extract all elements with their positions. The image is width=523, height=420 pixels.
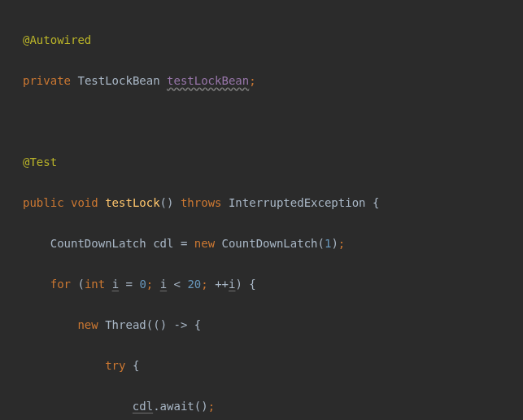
constructor-name: Thread	[105, 318, 146, 331]
variable-name: cdl	[153, 237, 173, 250]
code-line: try {	[23, 356, 523, 376]
brace-open: {	[133, 359, 139, 372]
paren-open: (	[146, 318, 153, 331]
paren-close: )	[167, 196, 173, 209]
paren-close: )	[201, 400, 207, 413]
keyword-void: void	[71, 196, 98, 209]
semicolon: ;	[249, 74, 255, 87]
op-lt: <	[174, 278, 181, 291]
type-name: TestLockBean	[77, 74, 159, 87]
keyword-public: public	[23, 196, 64, 209]
paren-open: (	[77, 278, 84, 291]
variable-name: i	[112, 278, 119, 291]
variable-name: cdl	[133, 400, 153, 413]
code-line: @Autowired	[23, 30, 523, 50]
code-line: @Test	[23, 152, 523, 173]
code-line: public void testLock() throws Interrupte…	[23, 193, 523, 213]
paren-open: (	[160, 196, 167, 209]
method-call: await	[160, 400, 194, 413]
paren-close: )	[235, 278, 242, 291]
number-literal: 20	[187, 278, 201, 291]
arrow: ->	[174, 318, 188, 331]
keyword-for: for	[50, 278, 71, 291]
brace-open: {	[194, 318, 201, 331]
keyword-private: private	[23, 74, 71, 87]
code-line: for (int i = 0; i < 20; ++i) {	[23, 274, 523, 295]
op-increment: ++	[215, 278, 229, 291]
paren-open: (	[194, 400, 201, 413]
code-line: CountDownLatch cdl = new CountDownLatch(…	[23, 234, 523, 254]
type-name: InterruptedException	[229, 196, 366, 209]
number-literal: 0	[139, 278, 146, 291]
keyword-new: new	[77, 318, 98, 331]
annotation: @Autowired	[23, 33, 91, 46]
keyword-int: int	[85, 278, 105, 291]
code-editor[interactable]: @Autowired private TestLockBean testLock…	[0, 0, 523, 420]
semicolon: ;	[208, 400, 215, 413]
op-equals: =	[181, 237, 187, 250]
variable-name: i	[160, 278, 167, 291]
code-line-blank	[23, 112, 523, 132]
type-name: CountDownLatch	[50, 237, 146, 250]
code-line: new Thread(() -> {	[23, 315, 523, 335]
code-line: cdl.await();	[23, 396, 523, 417]
annotation: @Test	[23, 155, 57, 168]
code-line: private TestLockBean testLockBean;	[23, 71, 523, 91]
op-equals: =	[126, 278, 133, 291]
keyword-throws: throws	[181, 196, 222, 209]
semicolon: ;	[201, 278, 207, 291]
paren-close: )	[160, 318, 167, 331]
semicolon: ;	[338, 237, 345, 250]
method-name: testLock	[105, 196, 159, 209]
paren-open: (	[318, 237, 325, 250]
semicolon: ;	[146, 278, 153, 291]
field-name: testLockBean	[167, 74, 249, 87]
paren-close: )	[331, 237, 338, 250]
keyword-new: new	[194, 237, 215, 250]
paren-open: (	[153, 318, 159, 331]
constructor-name: CountDownLatch	[222, 237, 318, 250]
keyword-try: try	[105, 359, 125, 372]
brace-open: {	[373, 196, 379, 209]
brace-open: {	[249, 278, 255, 291]
dot: .	[153, 400, 159, 413]
